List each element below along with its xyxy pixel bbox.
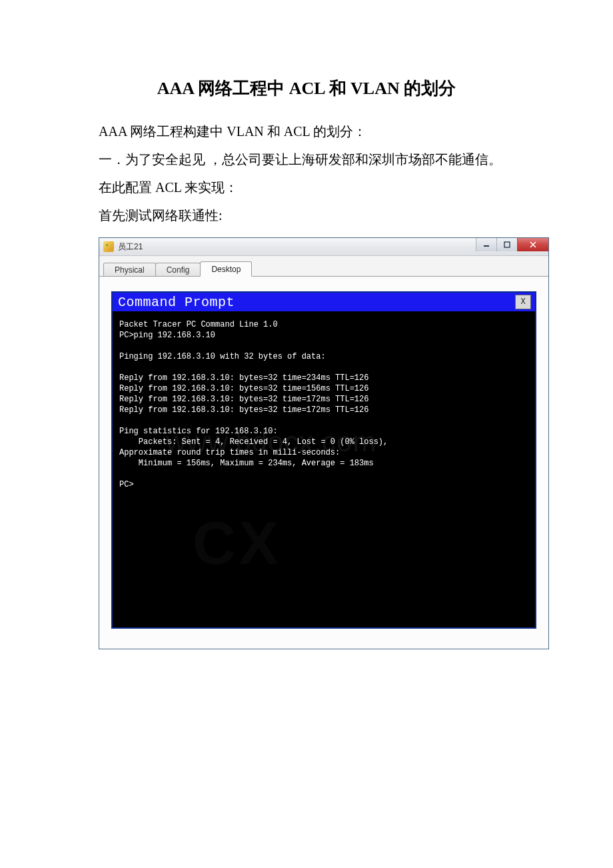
command-prompt-title: Command Prompt <box>118 295 235 310</box>
maximize-icon <box>504 241 510 248</box>
command-prompt-close-button[interactable]: X <box>515 295 531 309</box>
tabs-row: Physical Config Desktop <box>99 256 548 276</box>
app-icon <box>103 241 114 252</box>
watermark-logo: CX <box>193 538 281 549</box>
doc-line-2: 一．为了安全起见 ，总公司要让上海研发部和深圳市场部不能通信。 <box>99 145 514 173</box>
doc-title: AAA 网络工程中 ACL 和 VLAN 的划分 <box>99 77 514 100</box>
doc-line-4: 首先测试网络联通性: <box>99 201 514 229</box>
minimize-icon <box>483 241 490 248</box>
terminal-output[interactable]: Packet Tracer PC Command Line 1.0 PC>pin… <box>113 311 535 627</box>
svg-rect-1 <box>504 242 510 247</box>
svg-rect-0 <box>484 245 489 247</box>
tab-desktop[interactable]: Desktop <box>200 261 252 277</box>
close-button[interactable] <box>517 238 548 251</box>
window-titlebar[interactable]: 员工21 <box>99 238 548 256</box>
app-window: 员工21 Physical Config Desktop Comm <box>99 237 549 649</box>
minimize-button[interactable] <box>476 238 496 251</box>
window-controls <box>476 238 548 251</box>
app-body: Command Prompt X Packet Tracer PC Comman… <box>99 276 548 641</box>
close-icon <box>529 241 537 248</box>
doc-line-3: 在此配置 ACL 来实现： <box>99 173 514 201</box>
tab-physical[interactable]: Physical <box>103 263 156 276</box>
window-footer-gap <box>99 641 548 649</box>
command-prompt-window: Command Prompt X Packet Tracer PC Comman… <box>111 291 536 629</box>
terminal-text: Packet Tracer PC Command Line 1.0 PC>pin… <box>119 320 388 489</box>
window-title: 员工21 <box>118 241 143 253</box>
tab-config[interactable]: Config <box>155 263 201 276</box>
maximize-button[interactable] <box>496 238 517 251</box>
doc-line-1: AAA 网络工程构建中 VLAN 和 ACL 的划分： <box>99 117 514 145</box>
command-prompt-titlebar[interactable]: Command Prompt X <box>113 293 535 311</box>
